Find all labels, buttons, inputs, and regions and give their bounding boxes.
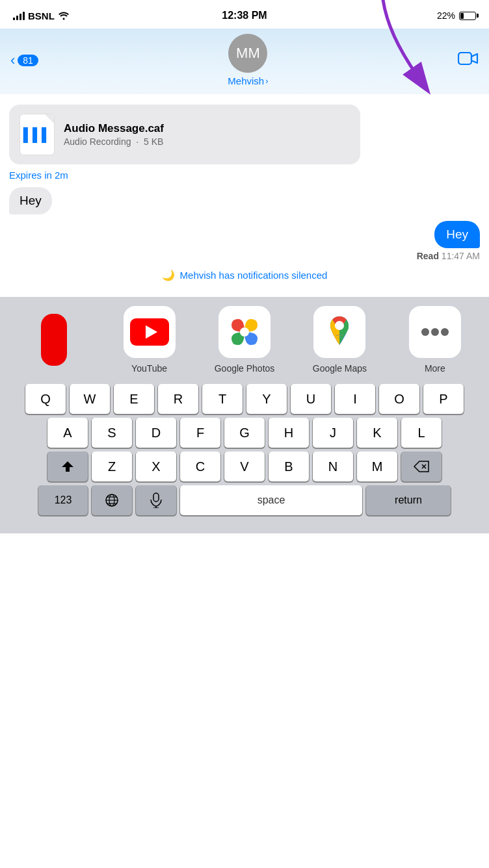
key-o[interactable]: O bbox=[379, 384, 419, 414]
app-item-youtube[interactable]: YouTube bbox=[101, 306, 196, 374]
app-item-google-photos[interactable]: Google Photos bbox=[197, 306, 292, 374]
svg-rect-18 bbox=[153, 493, 159, 502]
audio-wave-icon: ▌▌▌ bbox=[23, 127, 51, 142]
audio-filename: Audio Message.caf bbox=[64, 122, 164, 135]
google-photos-icon-wrap bbox=[218, 306, 271, 358]
key-s[interactable]: S bbox=[92, 418, 132, 448]
back-chevron-icon: ‹ bbox=[10, 53, 15, 68]
key-g[interactable]: G bbox=[224, 418, 265, 448]
app-item-more[interactable]: More bbox=[388, 306, 482, 374]
key-t[interactable]: T bbox=[202, 384, 243, 414]
app-strip: YouTube Google Photos bbox=[0, 297, 489, 380]
notification-silenced: 🌙 Mehvish has notifications silenced bbox=[9, 269, 480, 281]
signal-bar-1 bbox=[13, 18, 15, 20]
svg-point-5 bbox=[240, 327, 249, 337]
globe-icon bbox=[104, 492, 120, 508]
key-u[interactable]: U bbox=[291, 384, 331, 414]
signal-bar-3 bbox=[20, 14, 21, 20]
key-y[interactable]: Y bbox=[246, 384, 287, 414]
mic-icon bbox=[150, 492, 163, 508]
google-photos-label: Google Photos bbox=[215, 363, 275, 374]
key-r[interactable]: R bbox=[158, 384, 198, 414]
expires-text: Expires in 2m bbox=[9, 170, 480, 181]
svg-point-7 bbox=[335, 321, 344, 330]
key-shift[interactable] bbox=[47, 452, 88, 481]
status-left: BSNL bbox=[13, 10, 70, 21]
audio-message-bubble[interactable]: ▌▌▌ Audio Message.caf Audio Recording · … bbox=[9, 105, 360, 164]
avatar: MM bbox=[228, 34, 267, 73]
key-q[interactable]: Q bbox=[25, 384, 66, 414]
app-item-partial[interactable] bbox=[7, 314, 101, 366]
moon-icon: 🌙 bbox=[162, 269, 175, 281]
key-z[interactable]: Z bbox=[92, 452, 132, 481]
signal-bars bbox=[13, 11, 25, 20]
keyboard-row-2: A S D F G H J K L bbox=[0, 414, 489, 448]
key-space[interactable]: space bbox=[180, 485, 362, 515]
key-mic[interactable] bbox=[136, 485, 176, 515]
keyboard-home-indicator-space bbox=[0, 520, 489, 533]
received-bubble: Hey bbox=[9, 187, 52, 214]
google-maps-label: Google Maps bbox=[313, 363, 367, 374]
shift-icon bbox=[60, 460, 75, 473]
app-item-google-maps[interactable]: Google Maps bbox=[292, 306, 387, 374]
key-k[interactable]: K bbox=[357, 418, 397, 448]
back-badge: 81 bbox=[18, 55, 38, 66]
read-time: 11:47 AM bbox=[442, 251, 480, 261]
svg-point-10 bbox=[421, 328, 429, 336]
audio-file-icon: ▌▌▌ bbox=[20, 114, 55, 155]
status-time: 12:38 PM bbox=[222, 10, 267, 21]
contact-chevron-icon: › bbox=[265, 76, 268, 86]
key-x[interactable]: X bbox=[136, 452, 176, 481]
key-v[interactable]: V bbox=[224, 452, 265, 481]
key-a[interactable]: A bbox=[47, 418, 88, 448]
youtube-label: YouTube bbox=[131, 363, 167, 374]
read-status: Read 11:47 AM bbox=[9, 251, 480, 261]
youtube-icon bbox=[130, 318, 169, 346]
received-message: Hey bbox=[9, 187, 480, 214]
key-n[interactable]: N bbox=[313, 452, 353, 481]
more-label: More bbox=[425, 363, 445, 374]
sent-bubble: Hey bbox=[434, 221, 480, 248]
wifi-icon bbox=[58, 11, 70, 20]
signal-bar-2 bbox=[16, 16, 18, 20]
audio-info: Audio Message.caf Audio Recording · 5 KB bbox=[64, 122, 164, 147]
google-photos-icon bbox=[225, 313, 264, 351]
keyboard-row-4: 123 space return bbox=[0, 481, 489, 520]
key-m[interactable]: M bbox=[357, 452, 397, 481]
contact-name: Mehvish › bbox=[228, 75, 268, 86]
keyboard-row-3: Z X C V B N M bbox=[0, 448, 489, 481]
silenced-text: Mehvish has notifications silenced bbox=[180, 270, 328, 281]
key-l[interactable]: L bbox=[401, 418, 442, 448]
key-f[interactable]: F bbox=[180, 418, 220, 448]
more-icon-wrap bbox=[409, 306, 461, 358]
key-delete[interactable] bbox=[401, 452, 442, 481]
key-w[interactable]: W bbox=[70, 384, 110, 414]
contact-info[interactable]: MM Mehvish › bbox=[228, 34, 268, 86]
back-button[interactable]: ‹ 81 bbox=[10, 53, 38, 68]
audio-meta: Audio Recording · 5 KB bbox=[64, 136, 164, 147]
keyboard: Q W E R T Y U I O P A S D F G H J K L Z … bbox=[0, 380, 489, 533]
key-e[interactable]: E bbox=[114, 384, 154, 414]
key-j[interactable]: J bbox=[313, 418, 353, 448]
key-b[interactable]: B bbox=[269, 452, 309, 481]
more-dots-icon bbox=[416, 313, 455, 351]
svg-point-12 bbox=[441, 328, 449, 336]
key-return[interactable]: return bbox=[366, 485, 451, 515]
key-globe[interactable] bbox=[92, 485, 132, 515]
sent-message: Hey bbox=[9, 221, 480, 248]
key-i[interactable]: I bbox=[335, 384, 375, 414]
google-maps-icon-wrap bbox=[313, 306, 365, 358]
youtube-icon-wrap bbox=[124, 306, 176, 358]
key-p[interactable]: P bbox=[423, 384, 464, 414]
key-numbers[interactable]: 123 bbox=[38, 485, 88, 515]
key-h[interactable]: H bbox=[269, 418, 309, 448]
delete-icon bbox=[413, 460, 430, 473]
partial-app-icon bbox=[41, 314, 67, 366]
messages-area: ▌▌▌ Audio Message.caf Audio Recording · … bbox=[0, 94, 489, 297]
svg-point-11 bbox=[431, 328, 439, 336]
svg-rect-8 bbox=[336, 335, 343, 336]
signal-bar-4 bbox=[23, 12, 25, 20]
keyboard-row-1: Q W E R T Y U I O P bbox=[0, 380, 489, 414]
key-c[interactable]: C bbox=[180, 452, 220, 481]
key-d[interactable]: D bbox=[136, 418, 176, 448]
